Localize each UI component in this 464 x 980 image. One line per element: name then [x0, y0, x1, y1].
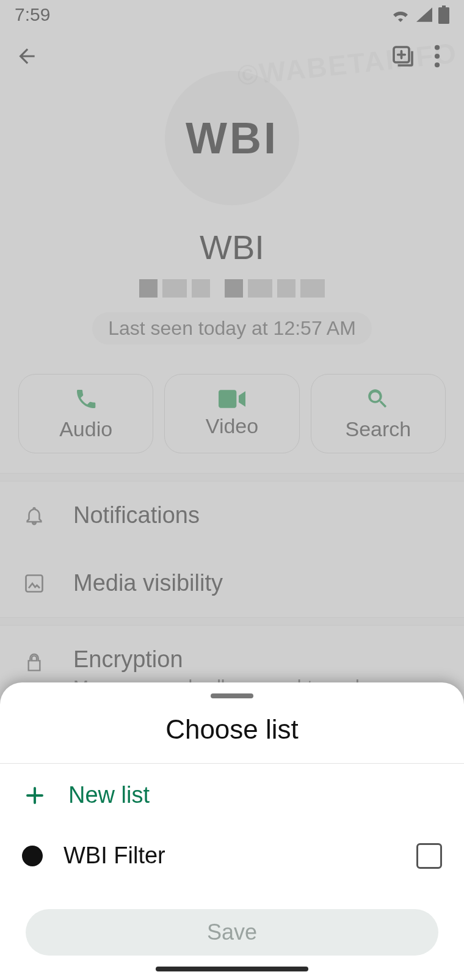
save-button[interactable]: Save	[26, 909, 438, 956]
filter-label: WBI Filter	[63, 843, 396, 869]
new-list-button[interactable]: New list	[0, 764, 464, 827]
plus-icon	[24, 784, 46, 806]
sheet-title: Choose list	[0, 714, 464, 764]
save-label: Save	[207, 920, 257, 945]
filter-row-wbi[interactable]: WBI Filter	[0, 827, 464, 885]
new-list-label: New list	[68, 782, 150, 808]
choose-list-sheet: Choose list New list WBI Filter Save ©WA…	[0, 682, 464, 980]
nav-indicator	[156, 967, 308, 971]
list-color-dot	[22, 846, 43, 866]
filter-checkbox[interactable]	[416, 843, 442, 869]
drag-handle[interactable]	[211, 693, 253, 698]
